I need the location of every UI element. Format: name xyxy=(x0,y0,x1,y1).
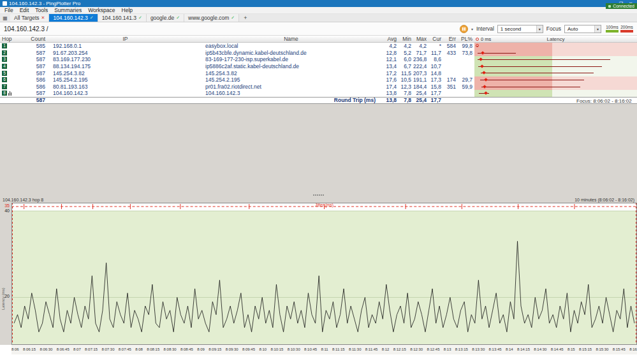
col-count[interactable]: Count xyxy=(18,36,48,42)
tab-all-targets[interactable]: All Targets ✕ xyxy=(10,14,49,22)
trace-row-hop-2[interactable]: 258791.67.203.254ip5b43cbfe.dynamic.kabe… xyxy=(0,50,637,57)
x-tick-label: 8:09:45 xyxy=(242,347,255,351)
col-cur[interactable]: Cur xyxy=(428,36,443,42)
x-tick-label: 8:08:30 xyxy=(164,347,177,351)
count-cell: 586 xyxy=(18,76,48,83)
col-ip[interactable]: IP xyxy=(48,36,203,42)
x-tick-label: 8:14:30 xyxy=(534,347,546,351)
focus-select[interactable]: Auto ▾ xyxy=(564,25,601,33)
tab-www-google-com[interactable]: www.google.com✓ xyxy=(184,14,239,22)
hop-number-badge: 3 xyxy=(2,57,7,62)
check-icon: ✓ xyxy=(231,15,235,20)
x-tick-label: 8:09 xyxy=(197,347,205,351)
menu-item-file[interactable]: File xyxy=(1,7,17,13)
tabbar: ▦ All Targets ✕ 104.160.142.3✓104.160.14… xyxy=(0,14,637,22)
latency-range-whisker xyxy=(480,80,584,80)
tab-close-icon[interactable]: ✕ xyxy=(41,15,45,20)
col-avg[interactable]: Avg xyxy=(379,36,399,42)
check-icon: ✓ xyxy=(90,15,94,20)
avg-cell: 17,2 xyxy=(379,70,399,76)
x-tick-label: 8:12:15 xyxy=(393,347,406,351)
cur-cell: 11,7 xyxy=(428,50,443,56)
min-cell: 10,5 xyxy=(399,76,413,83)
x-tick-label: 8:15:15 xyxy=(579,347,592,351)
max-cell: 207,3 xyxy=(413,70,428,76)
cur-cell: 17,3 xyxy=(428,76,443,83)
trace-row-hop-3[interactable]: 358783.169.177.23083-169-177-230-isp.sup… xyxy=(0,56,637,63)
latency-band-far xyxy=(552,43,637,50)
pause-trace-button[interactable] xyxy=(460,25,468,33)
y-axis-title: Latency (ms) xyxy=(1,288,5,310)
x-tick-label: 8:08:15 xyxy=(147,347,159,351)
tab-google-de[interactable]: google.de✓ xyxy=(147,14,184,22)
min-cell: 4,2 xyxy=(399,43,413,49)
col-name[interactable]: Name xyxy=(203,36,379,42)
trace-row-hop-8[interactable]: 8587104.160.142.3104.160.142.313,87,825,… xyxy=(0,90,637,97)
target-breadcrumb[interactable]: 104.160.142.3 / xyxy=(4,25,48,33)
focus-label: Focus xyxy=(546,25,561,32)
count-cell: 587 xyxy=(18,56,48,62)
x-tick-label: 8:10:30 xyxy=(288,347,300,351)
avg-cell: 13,8 xyxy=(379,90,399,96)
latency-scale-legend: 100ms200ms xyxy=(606,25,633,33)
app-icon xyxy=(3,1,7,6)
y-tick-40: 40 xyxy=(4,208,10,213)
tab-label: 104.160.141.3 xyxy=(102,15,136,21)
trace-menu-chevron-icon[interactable]: ▾ xyxy=(471,27,473,31)
chevron-down-icon: ▾ xyxy=(536,25,543,33)
trace-row-hop-1[interactable]: 1585192.168.0.1easybox.local4,24,24,2*58… xyxy=(0,43,637,50)
tab-104-160-142-3[interactable]: 104.160.142.3✓ xyxy=(49,14,98,22)
latency-band-near xyxy=(474,43,552,50)
latency-cell xyxy=(474,43,637,50)
pingplotter-window: 104.160.142.3 - PingPlotter Pro ─ ❐ ✕ Co… xyxy=(0,0,637,364)
col-pl[interactable]: PL% xyxy=(458,36,474,42)
menu-item-tools[interactable]: Tools xyxy=(32,7,51,13)
menu-item-summaries[interactable]: Summaries xyxy=(51,7,85,13)
col-min[interactable]: Min xyxy=(399,36,413,42)
summary-cur: 17,7 xyxy=(428,97,443,103)
trace-row-hop-5[interactable]: 5587145.254.3.82145.254.3.8217,211,5207,… xyxy=(0,69,637,76)
col-max[interactable]: Max xyxy=(413,36,428,42)
timeline-plot[interactable]: Jitter (ms) xyxy=(11,203,637,345)
hop-number-badge: 8 xyxy=(2,91,7,96)
target-toolbar: 104.160.142.3 / ▾ Interval 1 second ▾ Fo… xyxy=(0,22,637,36)
hop-cell: 7 xyxy=(0,84,18,89)
max-cell: 191,1 xyxy=(413,76,428,83)
name-cell: easybox.local xyxy=(203,43,379,49)
ip-cell: 91.67.203.254 xyxy=(48,50,203,56)
menu-item-help[interactable]: Help xyxy=(119,7,136,13)
timeline-y-axis: 35 40 20 Latency (ms) xyxy=(0,203,11,345)
min-cell: 6,0 xyxy=(399,56,413,62)
trace-row-hop-7[interactable]: 758680.81.193.163pr01.fra02.riotdirect.n… xyxy=(0,84,637,91)
menu-item-edit[interactable]: Edit xyxy=(17,7,33,13)
splitter-handle[interactable] xyxy=(313,193,325,197)
ip-cell: 145.254.3.82 xyxy=(48,70,203,76)
timeline-header: 104.160.142.3 hop 8 10 minutes (8:06:02 … xyxy=(0,198,637,203)
name-cell: 145.254.3.82 xyxy=(203,70,379,76)
x-tick-label: 8:16 xyxy=(629,347,637,351)
round-trip-label: Round Trip (ms) xyxy=(203,97,379,103)
round-trip-row: 587 Round Trip (ms) 13,8 7,8 25,4 17,7 F… xyxy=(0,97,637,104)
y-tick-20: 20 xyxy=(4,294,10,298)
cur-cell: 14,8 xyxy=(428,70,443,76)
avg-cell: 17,4 xyxy=(379,84,399,90)
max-cell: 236,8 xyxy=(413,56,428,62)
trace-row-hop-6[interactable]: 6586145.254.2.195145.254.2.19517,610,519… xyxy=(0,76,637,84)
interval-label: Interval xyxy=(476,25,494,32)
x-tick-label: 8:07 xyxy=(73,347,81,351)
x-tick-label: 8:15:30 xyxy=(596,347,608,351)
latency-range-whisker xyxy=(478,59,610,60)
grid-view-icon[interactable]: ▦ xyxy=(0,14,10,22)
x-tick-label: 8:06:15 xyxy=(23,347,36,351)
menu-item-workspace[interactable]: Workspace xyxy=(85,7,118,13)
x-tick-label: 8:07:15 xyxy=(85,347,98,351)
trace-row-hop-4[interactable]: 458788.134.194.175ip5886c2af.static.kabe… xyxy=(0,63,637,70)
interval-select[interactable]: 1 second ▾ xyxy=(497,25,543,33)
col-err[interactable]: Err xyxy=(443,36,458,42)
col-hop[interactable]: Hop xyxy=(0,36,18,42)
window-title: 104.160.142.3 - PingPlotter Pro xyxy=(9,1,80,6)
timeline-graph: 35 40 20 Latency (ms) Jitter (ms) xyxy=(0,203,637,345)
tab-104-160-141-3[interactable]: 104.160.141.3✓ xyxy=(98,14,147,22)
new-target-tab-button[interactable]: + xyxy=(239,14,251,22)
cur-cell: 17,7 xyxy=(428,90,443,96)
